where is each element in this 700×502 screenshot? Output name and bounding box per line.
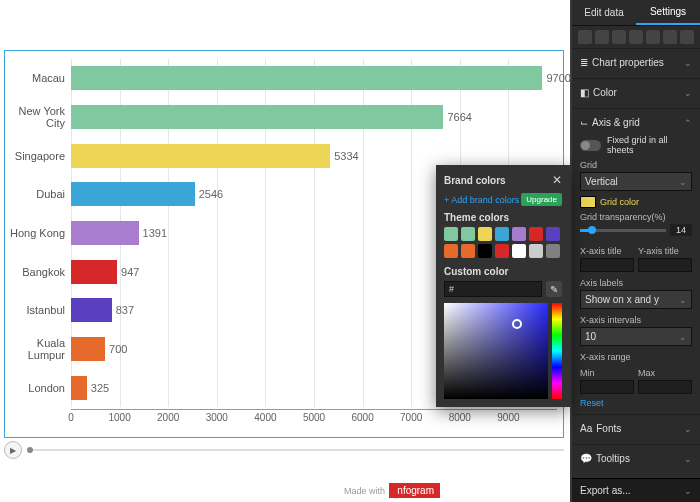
saturation-value-picker[interactable] (444, 303, 548, 399)
sv-cursor[interactable] (512, 319, 522, 329)
chevron-down-icon: ⌄ (684, 58, 692, 68)
section-axis-grid-header[interactable]: ⌙Axis & grid ⌃ (580, 113, 692, 132)
bar-row: 7664 (71, 98, 557, 137)
x-tick-label: 4000 (254, 412, 276, 423)
timeline-track[interactable] (30, 449, 564, 451)
color-swatch[interactable] (478, 244, 492, 258)
x-max-input[interactable] (638, 380, 692, 394)
bar-value-label: 5334 (334, 150, 358, 162)
color-swatch[interactable] (529, 244, 543, 258)
infogram-badge[interactable]: infogram (389, 483, 440, 498)
section-tooltips-header[interactable]: 💬Tooltips ⌄ (580, 449, 692, 468)
tab-settings[interactable]: Settings (636, 0, 700, 25)
close-icon[interactable]: ✕ (552, 173, 562, 187)
bar[interactable]: 837 (71, 298, 112, 322)
bar[interactable]: 325 (71, 376, 87, 400)
madewith-label: Made with (344, 486, 385, 496)
color-swatch[interactable] (444, 244, 458, 258)
bar-value-label: 7664 (447, 111, 471, 123)
reset-link[interactable]: Reset (580, 398, 604, 408)
grid-transparency-slider[interactable]: 14 (580, 224, 692, 236)
panel-tabs: Edit data Settings (572, 0, 700, 26)
grid-transparency-value[interactable]: 14 (670, 224, 692, 236)
grid-color-row[interactable]: Grid color (580, 196, 692, 208)
slider-thumb[interactable] (588, 226, 596, 234)
y-axis-label: Bangkok (5, 252, 65, 291)
grid-mode-select[interactable]: Vertical ⌄ (580, 172, 692, 191)
bar-value-label: 837 (116, 304, 134, 316)
section-tooltips-label: Tooltips (596, 453, 630, 464)
bar[interactable]: 700 (71, 337, 105, 361)
bar-value-label: 947 (121, 266, 139, 278)
x-min-input[interactable] (580, 380, 634, 394)
bar[interactable]: 9700 (71, 66, 542, 90)
color-swatch[interactable] (529, 227, 543, 241)
chevron-down-icon: ⌄ (684, 486, 692, 496)
section-chart-properties-label: Chart properties (592, 57, 664, 68)
bar[interactable]: 7664 (71, 105, 443, 129)
align-top-icon[interactable] (629, 30, 643, 44)
y-axis-title-input[interactable] (638, 258, 692, 272)
x-intervals-select[interactable]: 10 ⌄ (580, 327, 692, 346)
align-bottom-icon[interactable] (663, 30, 677, 44)
color-swatch[interactable] (495, 244, 509, 258)
align-middle-icon[interactable] (646, 30, 660, 44)
x-tick-label: 8000 (449, 412, 471, 423)
x-axis-title-input[interactable] (580, 258, 634, 272)
min-label: Min (580, 368, 634, 378)
section-chart-properties-header[interactable]: ≣Chart properties ⌄ (580, 53, 692, 72)
hue-slider[interactable] (552, 303, 562, 399)
grid-color-swatch[interactable] (580, 196, 596, 208)
export-button[interactable]: Export as... ⌄ (572, 478, 700, 502)
chevron-down-icon: ⌄ (679, 177, 687, 187)
color-swatch[interactable] (478, 227, 492, 241)
section-color-header[interactable]: ◧Color ⌄ (580, 83, 692, 102)
axis-labels-value: Show on x and y (585, 294, 659, 305)
y-axis-labels: MacauNew York CitySingaporeDubaiHong Kon… (5, 59, 69, 407)
hex-input[interactable]: # (444, 281, 542, 297)
section-tooltips: 💬Tooltips ⌄ (572, 444, 700, 474)
x-tick-label: 3000 (206, 412, 228, 423)
x-tick-label: 7000 (400, 412, 422, 423)
fonts-icon: Aa (580, 423, 592, 434)
upgrade-button[interactable]: Upgrade (521, 193, 562, 206)
y-axis-label: Dubai (5, 175, 65, 214)
color-swatch[interactable] (444, 227, 458, 241)
align-center-icon[interactable] (595, 30, 609, 44)
color-swatch[interactable] (512, 244, 526, 258)
section-fonts-label: Fonts (596, 423, 621, 434)
color-picker-popover: Brand colors ✕ + Add brand colors Upgrad… (436, 165, 570, 407)
color-swatch[interactable] (546, 244, 560, 258)
timeline-thumb[interactable] (27, 447, 33, 453)
x-tick-label: 6000 (351, 412, 373, 423)
y-axis-label: Hong Kong (5, 214, 65, 253)
tab-edit-data[interactable]: Edit data (572, 0, 636, 25)
play-button[interactable]: ▶ (4, 441, 22, 459)
chevron-down-icon: ⌄ (679, 295, 687, 305)
color-swatch[interactable] (546, 227, 560, 241)
color-swatch[interactable] (461, 227, 475, 241)
axis-labels-select[interactable]: Show on x and y ⌄ (580, 290, 692, 309)
align-right-icon[interactable] (612, 30, 626, 44)
bar[interactable]: 947 (71, 260, 117, 284)
chevron-down-icon: ⌄ (684, 88, 692, 98)
y-axis-label: Singapore (5, 136, 65, 175)
align-left-icon[interactable] (578, 30, 592, 44)
add-brand-colors-link[interactable]: + Add brand colors (444, 195, 519, 205)
section-fonts-header[interactable]: AaFonts ⌄ (580, 419, 692, 438)
distribute-icon[interactable] (680, 30, 694, 44)
color-swatch[interactable] (495, 227, 509, 241)
chart-icon: ≣ (580, 57, 588, 68)
bar[interactable]: 2546 (71, 182, 195, 206)
y-axis-label: London (5, 368, 65, 407)
eyedropper-icon[interactable]: ✎ (546, 281, 562, 297)
section-color: ◧Color ⌄ (572, 78, 700, 108)
bar-value-label: 700 (109, 343, 127, 355)
fixed-grid-toggle[interactable] (580, 140, 601, 151)
color-swatch[interactable] (512, 227, 526, 241)
bar[interactable]: 1391 (71, 221, 139, 245)
timeline-control: ▶ (4, 440, 564, 460)
bar[interactable]: 5334 (71, 144, 330, 168)
color-swatch[interactable] (461, 244, 475, 258)
theme-colors-title: Theme colors (444, 212, 562, 223)
